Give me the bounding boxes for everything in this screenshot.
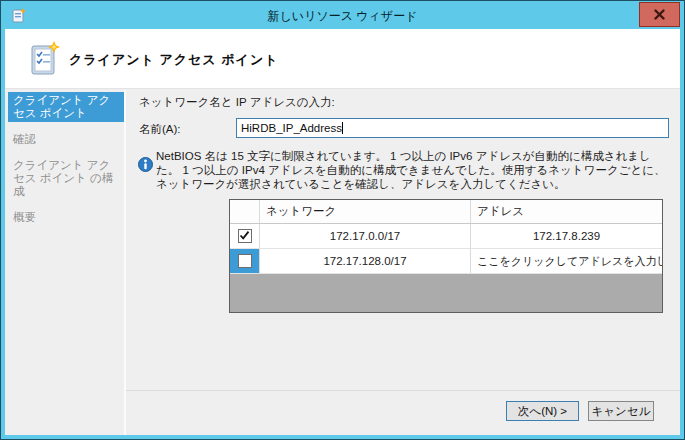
info-icon [138,157,153,172]
wizard-body: クライアント アクセス ポイント クライアント アクセス ポイント 確認 クライ… [5,29,680,435]
step-client-access-point: クライアント アクセス ポイント [8,92,124,122]
netbios-info-text: NetBIOS 名は 15 文字に制限されています。 1 つ以上の IPv6 ア… [156,149,672,191]
title-bar[interactable]: 新しいリソース ウィザード [1,1,684,29]
next-button[interactable]: 次へ(N) > [506,401,579,421]
instruction-text: ネットワーク名と IP アドレスの入力: [139,95,335,110]
new-resource-wizard-window: 新しいリソース ウィザード [0,0,685,440]
close-button[interactable] [639,2,680,27]
header-network-column: ネットワーク [260,200,471,223]
table-row: 172.17.128.0/17 ここをクリックしてアドレスを入力してくださ... [230,249,662,274]
client-access-point-icon [29,41,61,81]
network-2-checkbox-cell [230,249,260,273]
step-configure-client-access-point: クライアント アクセス ポイント の構成 [8,157,124,200]
name-input[interactable]: HiRDB_IP_Address [236,118,669,138]
header-checkbox-column [230,200,260,223]
network-2-checkbox-unchecked[interactable] [238,254,252,268]
network-1-value[interactable]: 172.17.0.0/17 [260,224,471,248]
step-confirmation: 確認 [8,131,124,148]
text-caret [342,122,343,134]
networks-table: ネットワーク アドレス 172.17.0.0/17 172.17.8.239 [229,199,663,313]
cancel-button[interactable]: キャンセル [588,401,654,421]
footer-divider [126,390,680,391]
checkmark-icon [239,230,250,243]
address-1-value[interactable]: 172.17.8.239 [471,224,662,248]
header-address-column: アドレス [471,200,662,223]
network-1-checkbox-cell [230,224,260,248]
page-title: クライアント アクセス ポイント [69,51,279,69]
network-2-value[interactable]: 172.17.128.0/17 [260,249,471,273]
close-icon [654,6,665,24]
name-input-value: HiRDB_IP_Address [241,122,342,134]
window-title: 新しいリソース ウィザード [1,8,684,25]
table-header-row: ネットワーク アドレス [230,200,662,224]
name-field-label: 名前(A): [139,122,181,137]
network-1-checkbox-checked[interactable] [238,229,252,243]
step-summary: 概要 [8,209,124,226]
address-2-placeholder[interactable]: ここをクリックしてアドレスを入力してくださ... [471,249,662,273]
table-row: 172.17.0.0/17 172.17.8.239 [230,224,662,249]
page-header: クライアント アクセス ポイント [5,29,680,89]
wizard-steps-sidebar: クライアント アクセス ポイント 確認 クライアント アクセス ポイント の構成… [5,90,126,435]
